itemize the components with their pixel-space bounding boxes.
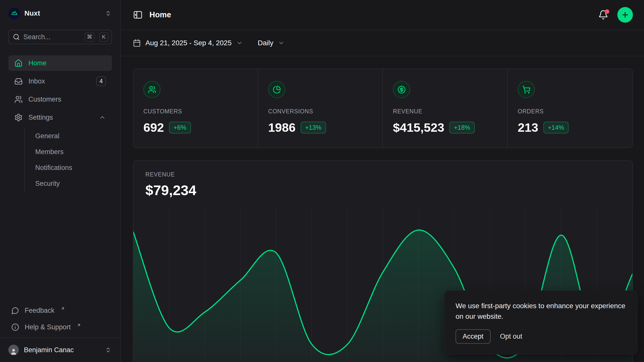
revenue-chart-label: REVENUE (145, 171, 620, 178)
stat-label: CONVERSIONS (268, 108, 372, 115)
stats-card: CUSTOMERS 692 +6% CONVERSIONS 1986 +13% (133, 68, 633, 148)
cookie-accept-button[interactable]: Accept (456, 329, 491, 344)
stat-delta-badge: +18% (449, 122, 475, 133)
kbd-k: K (99, 32, 108, 42)
sidebar-item-customers[interactable]: Customers (8, 92, 112, 107)
sidebar-item-label: Customers (28, 96, 106, 103)
user-menu[interactable]: Benjamin Canac (0, 338, 120, 362)
sidebar-item-home[interactable]: Home (8, 55, 112, 71)
users-icon (14, 95, 23, 104)
stat-value: $415,523 (393, 120, 444, 134)
chevron-up-down-icon (104, 346, 112, 354)
settings-sub-list: General Members Notifications Security (24, 128, 112, 192)
date-range-picker[interactable]: Aug 21, 2025 - Sep 4, 2025 (133, 39, 243, 47)
stat-value: 1986 (268, 120, 296, 134)
footer-link-label: Help & Support (25, 323, 71, 331)
main-panel: Home Aug 21, 2025 - Sep 4, 2025 (121, 0, 644, 362)
users-icon (148, 85, 156, 94)
chevron-down-icon (278, 40, 285, 46)
inbox-icon (14, 77, 23, 85)
cookie-optout-button[interactable]: Opt out (500, 333, 522, 340)
stat-delta-badge: +14% (543, 122, 569, 133)
stat-customers[interactable]: CUSTOMERS 692 +6% (133, 69, 258, 148)
kbd-cmd: ⌘ (85, 32, 95, 42)
external-link-icon (77, 323, 81, 327)
search-placeholder: Search... (23, 33, 80, 41)
footer-link-label: Feedback (25, 307, 55, 314)
stat-value: 692 (143, 120, 164, 134)
sidebar-item-inbox[interactable]: Inbox 4 (8, 73, 112, 89)
stat-delta-badge: +13% (301, 122, 326, 133)
sidebar-nav: Home Inbox 4 Customers Settin (0, 55, 120, 192)
sidebar-item-label: Settings (28, 114, 93, 121)
sidebar-item-label: Home (28, 59, 106, 67)
collapse-sidebar-button[interactable] (133, 10, 143, 20)
chevron-down-icon (236, 40, 243, 46)
sidebar-item-settings[interactable]: Settings (8, 110, 112, 125)
chevron-up-icon (99, 114, 106, 121)
granularity-select[interactable]: Daily (258, 39, 285, 47)
feedback-link[interactable]: Feedback (8, 303, 112, 318)
workspace-switcher[interactable]: Nuxt (0, 0, 120, 27)
sidebar-footer-links: Feedback Help & Support (0, 303, 120, 337)
home-icon (14, 59, 23, 67)
pie-chart-icon (273, 85, 281, 94)
nuxt-logo-icon (8, 8, 20, 19)
add-button[interactable] (617, 7, 633, 23)
stat-orders[interactable]: ORDERS 213 +14% (508, 69, 632, 148)
cookie-message: We use first-party cookies to enhance yo… (456, 301, 626, 322)
calendar-icon (133, 39, 141, 47)
external-link-icon (61, 306, 65, 311)
stat-delta-badge: +6% (169, 122, 191, 133)
stat-revenue[interactable]: REVENUE $415,523 +18% (383, 69, 508, 148)
dollar-circle-icon (397, 85, 406, 94)
help-support-link[interactable]: Help & Support (8, 319, 112, 335)
notification-dot (605, 9, 609, 14)
granularity-value: Daily (258, 39, 273, 47)
chat-bubble-icon (11, 307, 19, 314)
filters-toolbar: Aug 21, 2025 - Sep 4, 2025 Daily (121, 30, 644, 56)
info-circle-icon (11, 323, 19, 331)
stat-label: ORDERS (518, 108, 622, 115)
notifications-button[interactable] (598, 10, 608, 20)
cookie-banner: We use first-party cookies to enhance yo… (444, 290, 637, 354)
app-name: Nuxt (24, 9, 104, 17)
chevron-up-down-icon[interactable] (104, 10, 112, 17)
search-input[interactable]: Search... ⌘ K (8, 30, 112, 44)
sidebar-item-general[interactable]: General (25, 128, 112, 144)
page-title: Home (149, 10, 171, 19)
stat-label: CUSTOMERS (143, 108, 248, 115)
sidebar-item-label: Inbox (28, 77, 91, 85)
revenue-chart-value: $79,234 (145, 182, 620, 198)
sidebar: Nuxt Search... ⌘ K Home (0, 0, 121, 362)
user-name: Benjamin Canac (24, 346, 99, 354)
stat-conversions[interactable]: CONVERSIONS 1986 +13% (258, 69, 383, 148)
search-icon (13, 33, 20, 40)
gear-icon (14, 113, 23, 122)
inbox-count-badge: 4 (96, 76, 106, 86)
stat-value: 213 (518, 120, 538, 134)
sidebar-item-security[interactable]: Security (25, 176, 112, 192)
sidebar-item-notifications[interactable]: Notifications (25, 160, 112, 176)
plus-icon (621, 11, 629, 19)
page-header: Home (121, 0, 644, 30)
stat-label: REVENUE (393, 108, 497, 115)
date-range-value: Aug 21, 2025 - Sep 4, 2025 (145, 39, 232, 47)
sidebar-item-members[interactable]: Members (25, 144, 112, 160)
avatar (8, 345, 19, 355)
shopping-cart-icon (522, 85, 531, 94)
